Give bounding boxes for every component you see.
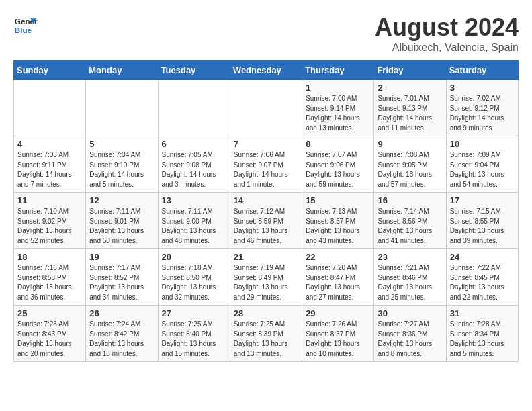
calendar-cell: 8Sunrise: 7:07 AM Sunset: 9:06 PM Daylig… <box>302 136 374 193</box>
day-number: 11 <box>17 195 82 205</box>
cell-content: Sunrise: 7:10 AM Sunset: 9:02 PM Dayligh… <box>17 207 82 246</box>
svg-text:Blue: Blue <box>15 26 32 34</box>
cell-content: Sunrise: 7:23 AM Sunset: 8:43 PM Dayligh… <box>17 320 82 359</box>
cell-content: Sunrise: 7:27 AM Sunset: 8:36 PM Dayligh… <box>378 320 442 359</box>
day-number: 24 <box>450 252 515 262</box>
cell-content: Sunrise: 7:24 AM Sunset: 8:42 PM Dayligh… <box>89 320 154 359</box>
logo: General Blue <box>13 13 38 38</box>
day-number: 22 <box>306 252 370 262</box>
calendar-cell: 18Sunrise: 7:16 AM Sunset: 8:53 PM Dayli… <box>14 249 86 306</box>
cell-content: Sunrise: 7:07 AM Sunset: 9:06 PM Dayligh… <box>306 150 370 189</box>
cell-content: Sunrise: 7:04 AM Sunset: 9:10 PM Dayligh… <box>89 150 154 189</box>
calendar-week-2: 4Sunrise: 7:03 AM Sunset: 9:11 PM Daylig… <box>14 136 519 193</box>
title-block: August 2024 Albuixech, Valencia, Spain <box>375 13 519 54</box>
calendar-cell: 20Sunrise: 7:18 AM Sunset: 8:50 PM Dayli… <box>158 249 230 306</box>
day-number: 8 <box>306 139 370 149</box>
calendar-cell: 14Sunrise: 7:12 AM Sunset: 8:59 PM Dayli… <box>230 193 302 249</box>
calendar-cell: 11Sunrise: 7:10 AM Sunset: 9:02 PM Dayli… <box>14 193 86 249</box>
calendar-week-3: 11Sunrise: 7:10 AM Sunset: 9:02 PM Dayli… <box>14 193 519 249</box>
cell-content: Sunrise: 7:00 AM Sunset: 9:14 PM Dayligh… <box>306 94 370 133</box>
calendar-cell <box>86 80 158 136</box>
header-thursday: Thursday <box>302 61 374 80</box>
cell-content: Sunrise: 7:21 AM Sunset: 8:46 PM Dayligh… <box>378 263 442 302</box>
day-number: 6 <box>162 139 226 149</box>
page-subtitle: Albuixech, Valencia, Spain <box>375 42 519 54</box>
calendar-cell: 13Sunrise: 7:11 AM Sunset: 9:00 PM Dayli… <box>158 193 230 249</box>
cell-content: Sunrise: 7:20 AM Sunset: 8:47 PM Dayligh… <box>306 263 370 302</box>
calendar-cell: 6Sunrise: 7:05 AM Sunset: 9:08 PM Daylig… <box>158 136 230 193</box>
cell-content: Sunrise: 7:25 AM Sunset: 8:39 PM Dayligh… <box>234 320 298 359</box>
day-number: 17 <box>450 195 515 205</box>
calendar-cell: 25Sunrise: 7:23 AM Sunset: 8:43 PM Dayli… <box>14 306 86 362</box>
day-number: 27 <box>162 308 226 318</box>
day-number: 28 <box>234 308 298 318</box>
cell-content: Sunrise: 7:01 AM Sunset: 9:13 PM Dayligh… <box>378 94 442 133</box>
day-number: 3 <box>450 83 515 93</box>
cell-content: Sunrise: 7:13 AM Sunset: 8:57 PM Dayligh… <box>306 207 370 246</box>
cell-content: Sunrise: 7:26 AM Sunset: 8:37 PM Dayligh… <box>306 320 370 359</box>
calendar-cell: 15Sunrise: 7:13 AM Sunset: 8:57 PM Dayli… <box>302 193 374 249</box>
cell-content: Sunrise: 7:03 AM Sunset: 9:11 PM Dayligh… <box>17 150 82 189</box>
day-number: 1 <box>306 83 370 93</box>
day-number: 10 <box>450 139 515 149</box>
calendar-cell: 28Sunrise: 7:25 AM Sunset: 8:39 PM Dayli… <box>230 306 302 362</box>
calendar-week-4: 18Sunrise: 7:16 AM Sunset: 8:53 PM Dayli… <box>14 249 519 306</box>
day-number: 5 <box>89 139 154 149</box>
calendar-cell: 1Sunrise: 7:00 AM Sunset: 9:14 PM Daylig… <box>302 80 374 136</box>
calendar-table: SundayMondayTuesdayWednesdayThursdayFrid… <box>13 60 519 362</box>
calendar-cell: 16Sunrise: 7:14 AM Sunset: 8:56 PM Dayli… <box>374 193 446 249</box>
day-number: 23 <box>378 252 442 262</box>
calendar-cell: 23Sunrise: 7:21 AM Sunset: 8:46 PM Dayli… <box>374 249 446 306</box>
cell-content: Sunrise: 7:19 AM Sunset: 8:49 PM Dayligh… <box>234 263 298 302</box>
header-tuesday: Tuesday <box>158 61 230 80</box>
calendar-week-1: 1Sunrise: 7:00 AM Sunset: 9:14 PM Daylig… <box>14 80 519 136</box>
calendar-cell: 26Sunrise: 7:24 AM Sunset: 8:42 PM Dayli… <box>86 306 158 362</box>
day-number: 13 <box>162 195 226 205</box>
header-wednesday: Wednesday <box>230 61 302 80</box>
cell-content: Sunrise: 7:17 AM Sunset: 8:52 PM Dayligh… <box>89 263 154 302</box>
cell-content: Sunrise: 7:15 AM Sunset: 8:55 PM Dayligh… <box>450 207 515 246</box>
day-number: 20 <box>162 252 226 262</box>
header-saturday: Saturday <box>446 61 518 80</box>
day-number: 2 <box>378 83 442 93</box>
calendar-cell: 27Sunrise: 7:25 AM Sunset: 8:40 PM Dayli… <box>158 306 230 362</box>
day-number: 19 <box>89 252 154 262</box>
page-header: General Blue August 2024 Albuixech, Vale… <box>13 13 519 54</box>
calendar-cell: 3Sunrise: 7:02 AM Sunset: 9:12 PM Daylig… <box>446 80 518 136</box>
calendar-cell <box>158 80 230 136</box>
day-number: 14 <box>234 195 298 205</box>
calendar-cell: 7Sunrise: 7:06 AM Sunset: 9:07 PM Daylig… <box>230 136 302 193</box>
calendar-cell: 31Sunrise: 7:28 AM Sunset: 8:34 PM Dayli… <box>446 306 518 362</box>
day-number: 7 <box>234 139 298 149</box>
cell-content: Sunrise: 7:12 AM Sunset: 8:59 PM Dayligh… <box>234 207 298 246</box>
cell-content: Sunrise: 7:02 AM Sunset: 9:12 PM Dayligh… <box>450 94 515 133</box>
day-number: 16 <box>378 195 442 205</box>
calendar-cell <box>14 80 86 136</box>
day-number: 12 <box>89 195 154 205</box>
cell-content: Sunrise: 7:11 AM Sunset: 9:00 PM Dayligh… <box>162 207 226 246</box>
cell-content: Sunrise: 7:14 AM Sunset: 8:56 PM Dayligh… <box>378 207 442 246</box>
calendar-cell: 21Sunrise: 7:19 AM Sunset: 8:49 PM Dayli… <box>230 249 302 306</box>
logo-icon: General Blue <box>13 13 38 38</box>
cell-content: Sunrise: 7:25 AM Sunset: 8:40 PM Dayligh… <box>162 320 226 359</box>
cell-content: Sunrise: 7:18 AM Sunset: 8:50 PM Dayligh… <box>162 263 226 302</box>
calendar-week-5: 25Sunrise: 7:23 AM Sunset: 8:43 PM Dayli… <box>14 306 519 362</box>
calendar-cell: 17Sunrise: 7:15 AM Sunset: 8:55 PM Dayli… <box>446 193 518 249</box>
day-number: 25 <box>17 308 82 318</box>
calendar-cell: 2Sunrise: 7:01 AM Sunset: 9:13 PM Daylig… <box>374 80 446 136</box>
day-number: 26 <box>89 308 154 318</box>
calendar-cell: 29Sunrise: 7:26 AM Sunset: 8:37 PM Dayli… <box>302 306 374 362</box>
calendar-cell: 30Sunrise: 7:27 AM Sunset: 8:36 PM Dayli… <box>374 306 446 362</box>
calendar-cell: 24Sunrise: 7:22 AM Sunset: 8:45 PM Dayli… <box>446 249 518 306</box>
cell-content: Sunrise: 7:28 AM Sunset: 8:34 PM Dayligh… <box>450 320 515 359</box>
cell-content: Sunrise: 7:22 AM Sunset: 8:45 PM Dayligh… <box>450 263 515 302</box>
calendar-cell: 5Sunrise: 7:04 AM Sunset: 9:10 PM Daylig… <box>86 136 158 193</box>
calendar-cell: 10Sunrise: 7:09 AM Sunset: 9:04 PM Dayli… <box>446 136 518 193</box>
day-number: 4 <box>17 139 82 149</box>
day-number: 30 <box>378 308 442 318</box>
day-number: 21 <box>234 252 298 262</box>
day-number: 9 <box>378 139 442 149</box>
header-monday: Monday <box>86 61 158 80</box>
calendar-cell: 12Sunrise: 7:11 AM Sunset: 9:01 PM Dayli… <box>86 193 158 249</box>
day-number: 18 <box>17 252 82 262</box>
